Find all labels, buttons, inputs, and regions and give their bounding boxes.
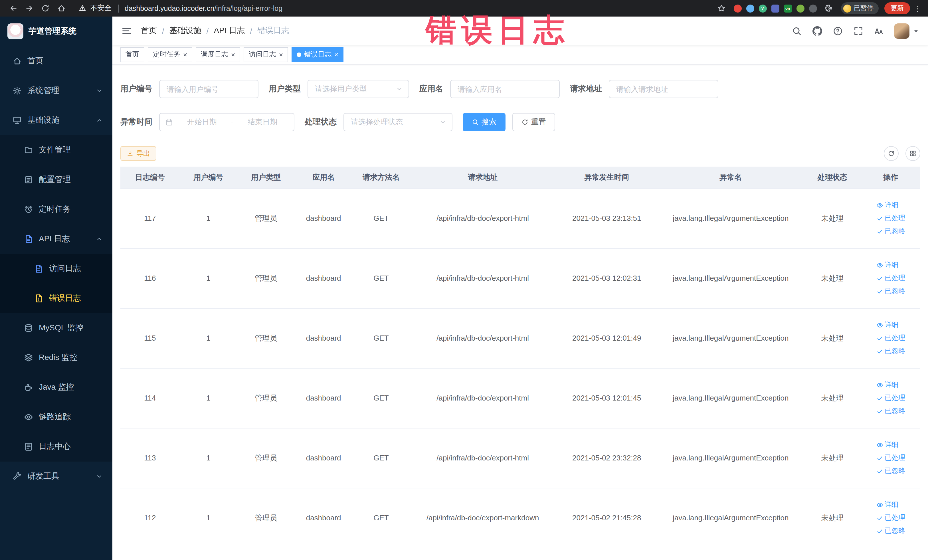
user-type-select[interactable]: 请选择用户类型 (308, 80, 409, 98)
profile-paused-badge[interactable]: 已暂停 (841, 2, 879, 14)
breadcrumb-item[interactable]: API 日志 (214, 26, 245, 36)
tab-job[interactable]: 定时任务× (148, 47, 192, 62)
breadcrumb-item[interactable]: 首页 (141, 26, 157, 36)
mark-ignored-link[interactable]: 已忽略 (876, 287, 905, 296)
tab-job-log[interactable]: 调度日志× (196, 47, 240, 62)
cell-status: 未处理 (804, 488, 861, 548)
detail-link[interactable]: 详细 (876, 200, 898, 210)
sidebar-item-trace[interactable]: 链路追踪 (0, 402, 112, 432)
sidebar-item-infra[interactable]: 基础设施 (0, 105, 112, 135)
mark-ignored-link[interactable]: 已忽略 (876, 226, 905, 236)
cell-actions: 详细已处理已忽略 (861, 308, 920, 368)
user-id-input[interactable] (159, 80, 258, 98)
sidebar-collapse-icon[interactable] (122, 26, 132, 36)
tools-icon (12, 471, 22, 481)
mark-ignored-link[interactable]: 已忽略 (876, 346, 905, 356)
export-button[interactable]: 导出 (121, 146, 156, 161)
search-button[interactable]: 搜索 (463, 113, 505, 131)
mark-ignored-link[interactable]: 已忽略 (876, 526, 905, 536)
mark-processed-link[interactable]: 已处理 (876, 273, 905, 283)
sidebar-item-label: 配置管理 (39, 175, 71, 185)
exception-time-range-picker[interactable]: 开始日期 - 结束日期 (159, 113, 295, 131)
avatar[interactable] (894, 23, 910, 38)
search-icon (472, 119, 479, 125)
reload-icon[interactable] (38, 1, 52, 16)
url-text[interactable]: dashboard.yudao.iocoder.cn/infra/log/api… (125, 4, 282, 12)
mark-processed-link[interactable]: 已处理 (876, 214, 905, 223)
tab-api-error-log[interactable]: 错误日志× (292, 47, 343, 62)
sidebar-item-config[interactable]: 配置管理 (0, 165, 112, 195)
mark-ignored-link[interactable]: 已忽略 (876, 406, 905, 416)
home-icon[interactable] (53, 1, 69, 16)
sidebar-item-file[interactable]: 文件管理 (0, 135, 112, 165)
github-icon[interactable] (811, 24, 823, 37)
calendar-icon (165, 118, 173, 126)
browser-menu-icon[interactable]: ⋮ (912, 1, 923, 16)
eyedropper-extension-icon[interactable] (746, 4, 754, 12)
back-icon[interactable] (6, 1, 21, 16)
security-label[interactable]: 不安全 (90, 3, 111, 13)
bookmark-star-icon[interactable] (714, 1, 729, 16)
sidebar-item-log-center[interactable]: 日志中心 (0, 432, 112, 462)
breadcrumb-item[interactable]: 基础设施 (169, 26, 201, 36)
fullscreen-icon[interactable] (852, 24, 864, 37)
app-name-input[interactable] (450, 80, 560, 98)
breadcrumb-item[interactable]: 错误日志 (257, 26, 289, 36)
tab-home[interactable]: 首页 (121, 47, 144, 62)
cell-status: 未处理 (804, 188, 861, 248)
sidebar-item-redis[interactable]: Redis 监控 (0, 343, 112, 372)
leaf-extension-icon[interactable] (796, 4, 804, 12)
grid-icon (910, 150, 916, 157)
refresh-table-button[interactable] (884, 146, 899, 161)
request-url-input[interactable] (609, 80, 718, 98)
mark-processed-link[interactable]: 已处理 (876, 453, 905, 463)
sidebar-item-api-error-log[interactable]: 错误日志 (0, 284, 112, 313)
close-icon[interactable]: × (231, 51, 235, 58)
tabs-bar: 首页定时任务×调度日志×访问日志×错误日志× (112, 45, 928, 64)
sidebar-item-dev-tools[interactable]: 研发工具 (0, 462, 112, 491)
mark-processed-link[interactable]: 已处理 (876, 513, 905, 523)
close-icon[interactable]: × (334, 51, 338, 58)
cell-status: 未处理 (804, 308, 861, 368)
mark-ignored-link[interactable]: 已忽略 (876, 466, 905, 476)
search-icon[interactable] (790, 24, 803, 37)
adblock-extension-icon[interactable] (733, 4, 742, 12)
forward-icon[interactable] (22, 1, 37, 16)
caret-down-icon[interactable] (913, 27, 919, 34)
reset-button[interactable]: 重置 (512, 113, 555, 131)
detail-link[interactable]: 详细 (876, 440, 898, 450)
security-warning-icon[interactable] (79, 5, 86, 12)
sidebar-item-home[interactable]: 首页 (0, 46, 112, 76)
detail-link[interactable]: 详细 (876, 380, 898, 390)
apps-grid-extension-icon[interactable] (771, 4, 779, 12)
sidebar-item-api-access-log[interactable]: 访问日志 (0, 254, 112, 284)
detail-link[interactable]: 详细 (876, 500, 898, 510)
detail-link[interactable]: 详细 (876, 260, 898, 270)
mark-processed-link[interactable]: 已处理 (876, 393, 905, 403)
help-icon[interactable] (831, 24, 844, 37)
mark-processed-link[interactable]: 已处理 (876, 333, 905, 343)
detail-link[interactable]: 详细 (876, 320, 898, 330)
paw-extension-icon[interactable] (809, 4, 817, 12)
column-settings-button[interactable] (905, 146, 920, 161)
cell-exception: java.lang.IllegalArgumentException (658, 308, 803, 368)
process-status-select[interactable]: 请选择处理状态 (343, 113, 452, 131)
tab-api-access-log[interactable]: 访问日志× (244, 47, 288, 62)
close-icon[interactable]: × (183, 51, 187, 58)
table-row: 1121管理员dashboardGET/api/infra/db-doc/exp… (121, 488, 920, 548)
update-button[interactable]: 更新 (884, 2, 910, 14)
vue-devtools-extension-icon[interactable]: V (759, 4, 766, 12)
app-logo-row: 芋道管理系统 (0, 17, 112, 46)
sidebar-item-job[interactable]: 定时任务 (0, 195, 112, 224)
sidebar-item-mysql[interactable]: MySQL 监控 (0, 313, 112, 343)
sidebar-item-java[interactable]: Java 监控 (0, 372, 112, 402)
cell-method: GET (352, 368, 410, 428)
switch-on-extension-icon[interactable]: on (784, 4, 792, 12)
font-size-icon[interactable] (872, 24, 885, 37)
sidebar-item-api-log[interactable]: API 日志 (0, 224, 112, 254)
app-title: 芋道管理系统 (29, 26, 76, 37)
sidebar-item-system[interactable]: 系统管理 (0, 76, 112, 105)
close-icon[interactable]: × (279, 51, 283, 58)
extensions-puzzle-icon[interactable] (821, 1, 836, 16)
address-bar[interactable]: 不安全 dashboard.yudao.iocoder.cn/infra/log… (79, 3, 282, 13)
